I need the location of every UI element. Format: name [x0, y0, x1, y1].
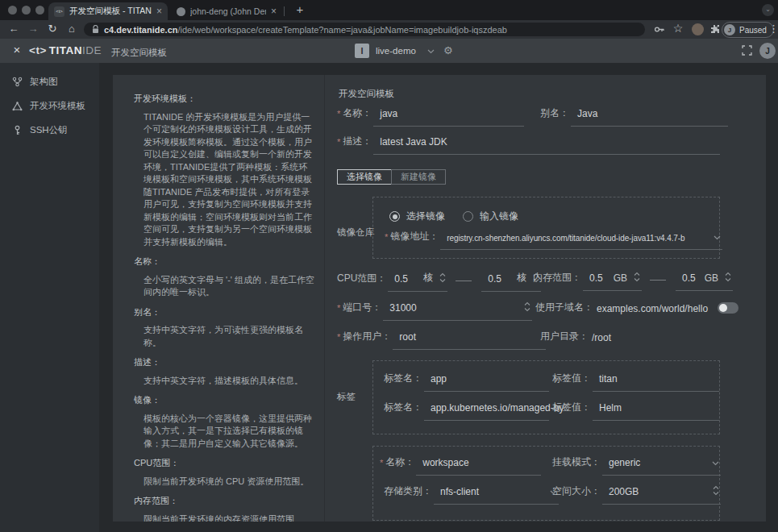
cpu-min-value: 0.5	[394, 273, 408, 285]
range-dash	[650, 280, 666, 281]
name-value: java	[380, 108, 397, 119]
port-input[interactable]: 31000	[383, 301, 532, 321]
tab-search-icon[interactable]: ⌄	[762, 4, 774, 16]
image-address-select[interactable]: registry.cn-shenzhen.aliyuncs.com/titani…	[440, 234, 722, 250]
label-name-value: app.kubernetes.io/managed-by	[431, 402, 564, 414]
name-label: 名称：	[343, 106, 372, 127]
stepper-icon[interactable]	[634, 271, 640, 284]
label-value-input[interactable]: titan	[593, 373, 719, 392]
page-title: 开发空间模板	[111, 47, 167, 59]
label-value-value: Helm	[599, 402, 622, 414]
radio-input-image-icon[interactable]	[463, 211, 473, 222]
template-card: 开发环境模板：TITANIDE 的开发环境模板是为用户提供一个可定制化的环境模板…	[113, 75, 766, 522]
image-address-field: * 镜像地址： registry.cn-shenzhen.aliyuncs.co…	[385, 230, 722, 250]
subdomain-toggle[interactable]	[718, 302, 738, 314]
memory-max-value: 0.5	[682, 272, 696, 284]
logo-mark-icon: <t>	[29, 44, 47, 56]
password-key-icon[interactable]	[653, 23, 665, 35]
tab-titanide[interactable]: <t> 开发空间模板 - TITANIDE ×	[48, 2, 168, 20]
url-domain: c4.dev.titanide.cn	[104, 25, 178, 35]
desc-input[interactable]: latest Java JDK	[373, 136, 720, 155]
alias-field: 别名： Java	[540, 106, 728, 127]
label-value-value: titan	[599, 373, 618, 384]
stepper-icon[interactable]	[713, 484, 719, 497]
forward-icon[interactable]: →	[26, 23, 40, 35]
alias-value: Java	[577, 108, 597, 119]
memory-range-field: 内存范围： 0.5 GB 0.5 GB	[533, 271, 733, 291]
browser-toolbar: ← → ↻ ⌂ c4.dev.titanide.cn/ide/web/works…	[0, 20, 778, 39]
browser-tab-strip: <t> 开发空间模板 - TITANIDE × john-deng (John …	[0, 0, 778, 20]
fullscreen-icon[interactable]	[742, 45, 752, 56]
label-name-label: 标签名：	[384, 401, 422, 421]
label-value-label: 标签值：	[552, 372, 591, 392]
storage-name-input[interactable]: workspace	[416, 457, 541, 476]
label-name-input[interactable]: app.kubernetes.io/managed-by	[424, 402, 549, 421]
tab-github[interactable]: john-deng (John Deng) - GitHu ×	[171, 2, 282, 20]
create-image-button[interactable]: 新建镜像	[391, 169, 446, 185]
logo-bold: TITAN	[49, 44, 82, 56]
alias-input[interactable]: Java	[571, 108, 728, 127]
reload-icon[interactable]: ↻	[45, 23, 60, 35]
window-zoom-dot[interactable]	[35, 6, 44, 15]
cpu-unit: 核	[517, 271, 529, 285]
chevron-down-icon[interactable]	[427, 49, 435, 54]
guide-section-title: 镜像：	[134, 394, 321, 407]
browser-menu-icon[interactable]: ⋮	[768, 23, 778, 35]
image-repo-group-label: 镜像仓库	[337, 227, 374, 239]
op-user-input[interactable]: root	[393, 331, 546, 350]
user-avatar[interactable]: J	[759, 43, 776, 59]
tab-title: john-deng (John Deng) - GitHu	[190, 6, 266, 16]
label-name-input[interactable]: app	[424, 373, 549, 392]
image-address-label: 镜像地址：	[390, 230, 439, 250]
label-name-field: 标签名： app	[384, 372, 549, 392]
browser-profile-button[interactable]: J Paused	[722, 22, 774, 38]
op-user-value: root	[399, 331, 416, 343]
window-close-dot[interactable]	[8, 6, 17, 15]
range-dash	[456, 281, 472, 281]
sidebar-item-ssh-key[interactable]: SSH公钥	[0, 118, 99, 142]
mount-mode-label: 挂载模式：	[552, 455, 601, 476]
mount-mode-field: 挂载模式： generic	[552, 455, 721, 476]
radio-input-image-label[interactable]: 输入镜像	[480, 210, 518, 223]
home-icon[interactable]: ⌂	[64, 23, 79, 35]
stepper-icon[interactable]	[439, 272, 446, 285]
storage-class-select[interactable]: nfs-client	[434, 486, 559, 505]
guide-section-body: 限制当前开发环境的 CPU 资源使用范围。	[144, 476, 314, 488]
name-input[interactable]: java	[373, 108, 524, 127]
radio-select-image-label[interactable]: 选择镜像	[406, 210, 445, 223]
template-icon	[12, 101, 23, 111]
port-value: 31000	[389, 302, 416, 314]
extensions-puzzle-icon[interactable]	[709, 23, 721, 35]
tab-close-icon[interactable]: ×	[156, 6, 162, 17]
new-tab-button[interactable]: +	[292, 2, 308, 18]
back-icon[interactable]: ←	[6, 23, 21, 35]
guide-section-title: 名称：	[134, 256, 321, 268]
app-header: × <t>TITANIDE 开发空间模板 l live-demo ⚙ J	[0, 39, 778, 63]
radio-select-image-icon[interactable]	[389, 211, 400, 222]
memory-max-input[interactable]: 0.5 GB	[676, 271, 733, 291]
storage-class-label: 存储类别：	[384, 484, 432, 505]
extension-badge-icon[interactable]	[692, 23, 704, 35]
workspace-selector[interactable]: live-demo	[376, 46, 416, 56]
window-minimize-dot[interactable]	[22, 6, 31, 15]
storage-box: * 名称： workspace 挂载模式： generic 存储类别： nfs-…	[372, 446, 720, 521]
storage-size-input[interactable]: 200GB	[602, 484, 721, 505]
sidebar-item-dev-template[interactable]: 开发环境模板	[0, 94, 99, 118]
select-image-button[interactable]: 选择镜像	[337, 169, 392, 185]
address-bar[interactable]: c4.dev.titanide.cn/ide/web/workspace/cre…	[84, 23, 645, 36]
close-icon[interactable]: ×	[10, 43, 24, 56]
app-logo: <t>TITANIDE	[29, 44, 102, 56]
sidebar-item-architecture[interactable]: 架构图	[0, 69, 99, 94]
memory-min-input[interactable]: 0.5 GB	[583, 271, 642, 291]
cpu-min-input[interactable]: 0.5 核	[388, 271, 447, 292]
gear-icon[interactable]: ⚙	[443, 44, 453, 56]
bookmark-star-icon[interactable]: ☆	[671, 22, 685, 35]
guide-section-body: 全小写的英文字母与 '-' 组成的，是在工作空间内的唯一标识。	[144, 274, 314, 299]
label-value-label: 标签值：	[552, 401, 591, 421]
label-value-input[interactable]: Helm	[593, 402, 719, 421]
tab-close-icon[interactable]: ×	[271, 6, 277, 17]
stepper-icon[interactable]	[725, 271, 731, 284]
mount-mode-select[interactable]: generic	[602, 457, 721, 476]
memory-range-label: 内存范围：	[533, 271, 581, 291]
stepper-icon[interactable]	[524, 301, 530, 314]
